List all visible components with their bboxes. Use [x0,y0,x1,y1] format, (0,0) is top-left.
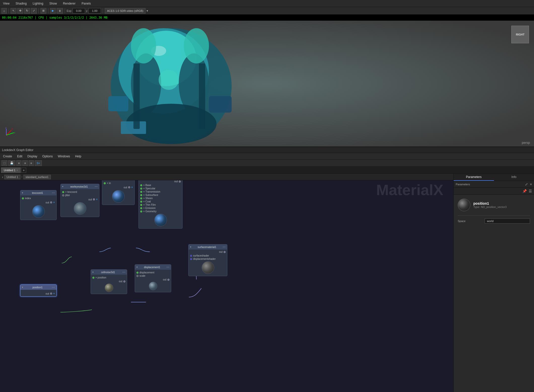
ldx-menu-create[interactable]: Create [2,154,13,159]
node-worleynoise2d1[interactable]: ▾ worleynoise2d1 ⋯ + texcoord jitter out [60,184,99,217]
tab-untitled1-close[interactable]: × [16,169,18,172]
breadcrumb-item-untitled1[interactable]: Untitled 1 [4,175,20,179]
breadcrumb-item-surface1[interactable]: standard_surface1 [23,175,51,179]
node-p1-body: out + [20,290,56,296]
node-sm1-body: out surfaceshader displacementshader [189,250,227,276]
port-dot-index [22,197,24,199]
node-d1-port-scale: scale [136,274,169,277]
right-panel: Parameters Info Parameters ⤢ × 📌 ☰ [453,174,534,392]
node-ss1-preview [154,214,167,226]
node-sm1-port-surfaceshader: surfaceshader [190,254,226,257]
node-displacement1[interactable]: ▾ displacement1 ⋯ displacement scale out [135,264,171,292]
toolbar-pause-btn[interactable]: ⏸ [57,8,63,14]
menu-renderer[interactable]: Renderer [62,1,77,6]
port-plus-c1[interactable]: + [131,186,133,189]
node-p1-header: ▾ position1 ⋯ [20,285,56,290]
right-toolbar-menu-btn[interactable]: ☰ [529,189,532,193]
svg-text:Z: Z [5,127,7,129]
port-plus-p1[interactable]: + [53,292,55,295]
right-toolbar-close-btn[interactable]: × [530,182,532,186]
port-label-coat: + Coat [143,200,151,203]
right-panel-content: position1 Type: ND_position_vector3 Spac… [454,195,534,392]
toolbar-home-btn[interactable]: ⌂ [2,8,7,14]
node-d1-dots[interactable]: ⋯ [166,265,169,269]
ldx-toolbar-save-btn[interactable]: 💾 [8,160,15,166]
node-texcoord1-dots[interactable]: ⋯ [52,191,55,195]
breadcrumb-arrow: › [21,175,22,178]
right-tab-parameters[interactable]: Parameters [454,174,494,181]
node-sm1-port-displacementshader: displacementshader [190,258,226,260]
gamma-label: γ [86,9,88,12]
right-toolbar-expand-btn[interactable]: ⤢ [525,182,528,186]
ldx-menu-display[interactable]: Display [26,154,38,159]
port-plus-wn[interactable]: + [96,198,98,201]
node-texcoord1-label: texcoord1 [32,192,43,194]
graph-editor[interactable]: ‹ Untitled 1 › standard_surface1 Materia… [0,174,453,392]
viewport-area[interactable]: RIGHT X Y Z persp [0,21,534,147]
node-cn3d1-collapse[interactable]: ▾ [92,271,94,273]
ldx-toolbar-align2-btn[interactable]: ≡ [22,160,27,166]
port-dot-out-cn3d1 [123,280,125,282]
ldx-toolbar-align3-btn[interactable]: ≡ [29,160,34,166]
node-worleynoise2d1-collapse[interactable]: ▾ [62,185,63,188]
menu-show[interactable]: Show [48,1,58,6]
param-value-space[interactable]: world [485,219,530,224]
sep3 [48,8,48,13]
exposure-input[interactable] [73,8,85,14]
viewport-label: persp [522,141,530,145]
toolbar-scale-btn[interactable]: ⤢ [31,8,37,14]
node-cn3d1-dots[interactable]: ⋯ [122,270,125,274]
toolbar-move-btn[interactable]: ✥ [17,8,23,14]
svg-rect-0 [0,21,534,147]
right-tab-info[interactable]: Info [494,174,534,181]
toolbar-render-btn[interactable]: ▶ [50,8,56,14]
node-worleynoise2d1-dots[interactable]: ⋯ [95,185,98,188]
node-p1-collapse[interactable]: ▾ [22,286,23,289]
node-standard-surface1[interactable]: ▾ standard_surface1 ⋯ out + Base [138,174,183,229]
top-toolbar: ⌂ ↖ ✥ ↻ ⤢ ⊞ ▶ ⏸ Exp γ ACES 1.0 SDR-video… [0,7,534,15]
port-dot-d1-scale [136,275,138,277]
node-sphere-preview [458,199,470,211]
node-d1-body: displacement scale out [135,270,171,292]
menu-lighting[interactable]: Lighting [32,1,44,6]
ldx-toolbar-snap-btn[interactable]: S× [35,160,42,166]
tab-untitled1[interactable]: Untitled 1 × [1,167,21,173]
menu-view[interactable]: View [2,1,11,6]
lookdevx-panel: LookdevX Graph Editor Create Edit Displa… [0,147,534,392]
node-texcoord1-collapse[interactable]: ▾ [22,192,23,194]
nav-cube[interactable]: RIGHT [511,26,529,43]
toolbar-select-btn[interactable]: ↖ [11,8,16,14]
port-label-emission: + Emission [143,207,156,209]
ldx-menu-options[interactable]: Options [41,154,54,159]
port-label-thinfilm: + Thin Film [143,203,156,206]
ldx-menu-help[interactable]: Help [74,154,82,159]
node-p1-dots[interactable]: ⋯ [52,286,55,289]
node-surfacematerial1[interactable]: ▾ surfacematerial1 ⋯ out surfaceshader [188,244,227,276]
node-texcoord1[interactable]: ▾ texcoord1 ⋯ index out + [20,190,57,220]
port-label-out-d1: out [163,278,166,281]
ldx-toolbar-align-btn[interactable]: ≡ [16,160,21,166]
menu-shading[interactable]: Shading [15,1,28,6]
toolbar-snap-btn[interactable]: ⊞ [41,8,46,14]
menu-panels[interactable]: Panels [81,1,92,6]
right-toolbar-pin-btn[interactable]: 📌 [522,189,527,193]
node-cellnoise3d1[interactable]: ▾ cellnoise3d1 ⋯ + position out [91,269,127,294]
color-management-btn[interactable]: ACES 1.0 SDR-video (sRGB) [105,8,146,14]
node-sm1-dots[interactable]: ⋯ [223,245,226,249]
port-plus-tc[interactable]: + [53,201,55,204]
toolbar-rotate-btn[interactable]: ↻ [24,8,30,14]
node-wn2d1-port-jitter: jitter [62,194,98,197]
node-position1[interactable]: ▾ position1 ⋯ out + [20,284,57,297]
ldx-menu-edit[interactable]: Edit [16,154,23,159]
tab-add-btn[interactable]: + [21,168,26,173]
ldx-menu-windows[interactable]: Windows [57,154,71,159]
port-label-surfaceshader: surfaceshader [193,254,209,257]
gamma-input[interactable] [88,8,101,14]
node-sm1-collapse[interactable]: ▾ [190,246,191,248]
svg-text:Y: Y [14,132,15,134]
breadcrumb-back-btn[interactable]: ‹ [2,175,3,179]
ldx-toolbar-graph-btn[interactable]: ⬚ [2,160,7,166]
node-d1-collapse[interactable]: ▾ [136,266,138,268]
svg-rect-13 [199,63,205,129]
svg-point-11 [159,70,179,90]
